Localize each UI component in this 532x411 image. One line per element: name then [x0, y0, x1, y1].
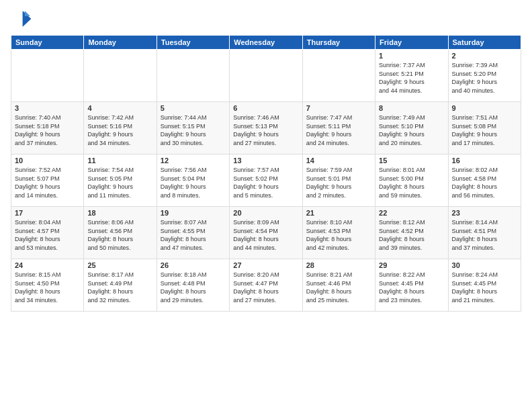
weekday-header-friday: Friday [375, 36, 448, 50]
day-number: 10 [15, 156, 80, 165]
day-info: Sunrise: 7:44 AM Sunset: 5:15 PM Dayligh… [161, 113, 226, 147]
day-info: Sunrise: 7:42 AM Sunset: 5:16 PM Dayligh… [87, 113, 152, 147]
calendar-header-row: SundayMondayTuesdayWednesdayThursdayFrid… [11, 36, 521, 50]
day-info: Sunrise: 8:07 AM Sunset: 4:55 PM Dayligh… [161, 218, 226, 252]
day-info: Sunrise: 8:24 AM Sunset: 4:45 PM Dayligh… [452, 271, 517, 304]
calendar-cell: 29Sunrise: 8:22 AM Sunset: 4:45 PM Dayli… [375, 259, 448, 312]
calendar-cell: 8Sunrise: 7:49 AM Sunset: 5:10 PM Daylig… [375, 102, 448, 154]
calendar-cell: 28Sunrise: 8:21 AM Sunset: 4:46 PM Dayli… [302, 259, 375, 312]
day-info: Sunrise: 8:20 AM Sunset: 4:47 PM Dayligh… [233, 271, 298, 304]
calendar-cell: 13Sunrise: 7:57 AM Sunset: 5:02 PM Dayli… [230, 154, 302, 207]
page: SundayMondayTuesdayWednesdayThursdayFrid… [0, 0, 532, 411]
weekday-header-saturday: Saturday [448, 36, 521, 50]
calendar-cell: 21Sunrise: 8:10 AM Sunset: 4:53 PM Dayli… [302, 207, 375, 259]
weekday-header-monday: Monday [84, 36, 157, 50]
day-info: Sunrise: 8:22 AM Sunset: 4:45 PM Dayligh… [379, 271, 444, 304]
calendar-cell: 22Sunrise: 8:12 AM Sunset: 4:52 PM Dayli… [375, 207, 448, 259]
calendar-cell: 10Sunrise: 7:52 AM Sunset: 5:07 PM Dayli… [11, 154, 84, 207]
day-info: Sunrise: 8:06 AM Sunset: 4:56 PM Dayligh… [87, 218, 152, 252]
weekday-header-sunday: Sunday [11, 36, 84, 50]
calendar-cell: 15Sunrise: 8:01 AM Sunset: 5:00 PM Dayli… [375, 154, 448, 207]
day-number: 30 [452, 261, 517, 269]
day-number: 27 [233, 261, 298, 269]
calendar-cell: 24Sunrise: 8:15 AM Sunset: 4:50 PM Dayli… [11, 259, 84, 312]
calendar-table: SundayMondayTuesdayWednesdayThursdayFrid… [11, 35, 521, 312]
calendar-cell: 18Sunrise: 8:06 AM Sunset: 4:56 PM Dayli… [84, 207, 157, 259]
day-number: 12 [161, 156, 226, 165]
calendar-cell: 1Sunrise: 7:37 AM Sunset: 5:21 PM Daylig… [375, 50, 448, 102]
calendar-cell: 30Sunrise: 8:24 AM Sunset: 4:45 PM Dayli… [448, 259, 521, 312]
day-info: Sunrise: 8:04 AM Sunset: 4:57 PM Dayligh… [15, 218, 80, 252]
calendar-cell [11, 50, 84, 102]
calendar-cell: 5Sunrise: 7:44 AM Sunset: 5:15 PM Daylig… [157, 102, 229, 154]
day-number: 1 [379, 52, 444, 60]
day-number: 22 [379, 209, 444, 217]
calendar-cell [302, 50, 375, 102]
day-info: Sunrise: 7:39 AM Sunset: 5:20 PM Dayligh… [452, 61, 517, 95]
calendar-week-row: 3Sunrise: 7:40 AM Sunset: 5:18 PM Daylig… [11, 102, 521, 154]
day-number: 19 [161, 209, 226, 217]
day-number: 25 [87, 261, 152, 269]
day-number: 15 [379, 156, 444, 165]
calendar-cell [157, 50, 229, 102]
day-number: 14 [306, 156, 371, 165]
day-info: Sunrise: 8:02 AM Sunset: 4:58 PM Dayligh… [452, 166, 517, 199]
day-info: Sunrise: 8:17 AM Sunset: 4:49 PM Dayligh… [87, 271, 152, 304]
calendar-cell: 12Sunrise: 7:56 AM Sunset: 5:04 PM Dayli… [157, 154, 229, 207]
calendar-cell: 19Sunrise: 8:07 AM Sunset: 4:55 PM Dayli… [157, 207, 229, 259]
day-number: 3 [15, 104, 80, 112]
calendar-cell: 9Sunrise: 7:51 AM Sunset: 5:08 PM Daylig… [448, 102, 521, 154]
day-number: 8 [379, 104, 444, 112]
calendar-cell: 11Sunrise: 7:54 AM Sunset: 5:05 PM Dayli… [84, 154, 157, 207]
day-number: 28 [306, 261, 371, 269]
day-number: 6 [233, 104, 298, 112]
day-info: Sunrise: 8:01 AM Sunset: 5:00 PM Dayligh… [379, 166, 444, 199]
day-info: Sunrise: 8:14 AM Sunset: 4:51 PM Dayligh… [452, 218, 517, 252]
day-number: 20 [233, 209, 298, 217]
header [11, 8, 521, 30]
calendar-cell: 6Sunrise: 7:46 AM Sunset: 5:13 PM Daylig… [230, 102, 302, 154]
day-info: Sunrise: 7:51 AM Sunset: 5:08 PM Dayligh… [452, 113, 517, 147]
day-info: Sunrise: 7:46 AM Sunset: 5:13 PM Dayligh… [233, 113, 298, 147]
calendar-cell [230, 50, 302, 102]
day-number: 13 [233, 156, 298, 165]
calendar-cell [84, 50, 157, 102]
day-number: 4 [87, 104, 152, 112]
day-info: Sunrise: 8:12 AM Sunset: 4:52 PM Dayligh… [379, 218, 444, 252]
calendar-week-row: 1Sunrise: 7:37 AM Sunset: 5:21 PM Daylig… [11, 50, 521, 102]
day-number: 11 [87, 156, 152, 165]
day-info: Sunrise: 7:52 AM Sunset: 5:07 PM Dayligh… [15, 166, 80, 199]
day-info: Sunrise: 7:47 AM Sunset: 5:11 PM Dayligh… [306, 113, 371, 147]
calendar-cell: 26Sunrise: 8:18 AM Sunset: 4:48 PM Dayli… [157, 259, 229, 312]
day-number: 17 [15, 209, 80, 217]
day-number: 29 [379, 261, 444, 269]
day-number: 16 [452, 156, 517, 165]
calendar-cell: 27Sunrise: 8:20 AM Sunset: 4:47 PM Dayli… [230, 259, 302, 312]
calendar-cell: 7Sunrise: 7:47 AM Sunset: 5:11 PM Daylig… [302, 102, 375, 154]
day-number: 23 [452, 209, 517, 217]
calendar-week-row: 24Sunrise: 8:15 AM Sunset: 4:50 PM Dayli… [11, 259, 521, 312]
calendar-cell: 20Sunrise: 8:09 AM Sunset: 4:54 PM Dayli… [230, 207, 302, 259]
calendar-cell: 16Sunrise: 8:02 AM Sunset: 4:58 PM Dayli… [448, 154, 521, 207]
calendar-cell: 25Sunrise: 8:17 AM Sunset: 4:49 PM Dayli… [84, 259, 157, 312]
day-info: Sunrise: 8:09 AM Sunset: 4:54 PM Dayligh… [233, 218, 298, 252]
calendar-cell: 23Sunrise: 8:14 AM Sunset: 4:51 PM Dayli… [448, 207, 521, 259]
day-number: 7 [306, 104, 371, 112]
weekday-header-wednesday: Wednesday [230, 36, 302, 50]
day-info: Sunrise: 7:59 AM Sunset: 5:01 PM Dayligh… [306, 166, 371, 199]
day-info: Sunrise: 7:56 AM Sunset: 5:04 PM Dayligh… [161, 166, 226, 199]
calendar-cell: 2Sunrise: 7:39 AM Sunset: 5:20 PM Daylig… [448, 50, 521, 102]
calendar-week-row: 17Sunrise: 8:04 AM Sunset: 4:57 PM Dayli… [11, 207, 521, 259]
day-number: 9 [452, 104, 517, 112]
weekday-header-tuesday: Tuesday [157, 36, 229, 50]
calendar-cell: 14Sunrise: 7:59 AM Sunset: 5:01 PM Dayli… [302, 154, 375, 207]
logo [11, 8, 35, 30]
logo-icon [11, 8, 32, 30]
svg-marker-1 [25, 11, 30, 16]
day-number: 18 [87, 209, 152, 217]
day-info: Sunrise: 8:15 AM Sunset: 4:50 PM Dayligh… [15, 271, 80, 304]
weekday-header-thursday: Thursday [302, 36, 375, 50]
day-number: 21 [306, 209, 371, 217]
calendar-cell: 3Sunrise: 7:40 AM Sunset: 5:18 PM Daylig… [11, 102, 84, 154]
day-info: Sunrise: 7:54 AM Sunset: 5:05 PM Dayligh… [87, 166, 152, 199]
